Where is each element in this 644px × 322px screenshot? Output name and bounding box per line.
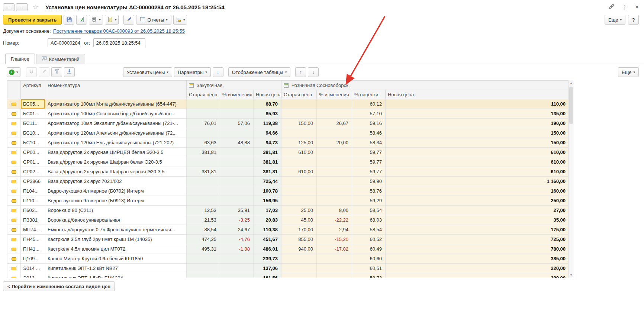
cell-retail-markup-pct[interactable]: 59,77: [352, 167, 386, 177]
cell-retail-change-pct[interactable]: [317, 186, 352, 196]
cell-purchase-new-price[interactable]: 119,38: [254, 119, 281, 128]
cell-name[interactable]: Ароматизатор 10мл Эвкалипт д/бани/сауны/…: [45, 119, 187, 128]
cell-retail-change-pct[interactable]: [317, 167, 352, 177]
cell-purchase-old-price[interactable]: 381,81: [187, 167, 220, 177]
cell-name[interactable]: Кипятильник ЭПТ-1.5кВт ЕМА204: [45, 273, 187, 278]
cell-article[interactable]: Э014 ...: [21, 264, 45, 273]
table-row[interactable]: БС11...Ароматизатор 10мл Эвкалипт д/бани…: [7, 119, 569, 128]
date-field[interactable]: 26.05.2025 18:25:54: [93, 38, 145, 47]
cell-article[interactable]: П603...: [21, 206, 45, 215]
set-prices-button[interactable]: Установить цены ▾: [123, 67, 172, 77]
cell-purchase-old-price[interactable]: 88,54: [187, 225, 220, 235]
cell-name[interactable]: Емкость д/продуктов 0.7л Фреш капучино г…: [45, 225, 187, 235]
cell-purchase-old-price[interactable]: 12,53: [187, 206, 220, 215]
cell-purchase-change-pct[interactable]: 24,67: [220, 225, 254, 235]
cell-purchase-change-pct[interactable]: -3,25: [220, 215, 254, 225]
cell-article[interactable]: СР02...: [21, 167, 45, 177]
cell-retail-new-price[interactable]: 610,00: [386, 157, 569, 167]
cell-retail-change-pct[interactable]: [317, 128, 352, 138]
cell-article[interactable]: БС10...: [21, 128, 45, 138]
cell-purchase-new-price[interactable]: 68,70: [254, 99, 281, 109]
table-row[interactable]: Э013...Кипятильник ЭПТ-1.5кВт ЕМА204181,…: [7, 273, 569, 278]
cell-purchase-new-price[interactable]: 100,78: [254, 186, 281, 196]
cell-retail-markup-pct[interactable]: 60,52: [352, 235, 386, 244]
cell-purchase-new-price[interactable]: 85,93: [254, 109, 281, 119]
cell-purchase-new-price[interactable]: 239,73: [254, 254, 281, 264]
table-row[interactable]: СР02...Ваза д/фруктов 2х ярусная Шафран …: [7, 167, 569, 177]
cell-name[interactable]: Кашпо Мистер Крутой 0.6л белый КШ1850: [45, 254, 187, 264]
cell-name[interactable]: Ваза д/фруктов 2х ярусная Шафран белая Э…: [45, 157, 187, 167]
cell-purchase-new-price[interactable]: 381,81: [254, 148, 281, 157]
cell-retail-new-price[interactable]: 110,00: [386, 99, 569, 109]
cell-retail-markup-pct[interactable]: 60,51: [352, 264, 386, 273]
cell-purchase-old-price[interactable]: [187, 99, 220, 109]
cell-purchase-old-price[interactable]: [187, 157, 220, 167]
cell-retail-new-price[interactable]: 27,00: [386, 206, 569, 215]
cell-purchase-new-price[interactable]: 156,95: [254, 196, 281, 206]
close-icon[interactable]: ×: [635, 3, 639, 11]
cell-purchase-new-price[interactable]: 381,81: [254, 167, 281, 177]
cell-article[interactable]: СР00...: [21, 148, 45, 157]
parameters-button[interactable]: Параметры ▾: [174, 67, 211, 77]
table-row[interactable]: Э014 ...Кипятильник ЭПТ-1.2 кВт NB27137,…: [7, 264, 569, 273]
table-row[interactable]: БС05...Ароматизатор 100мл Мята д/бани/са…: [7, 99, 569, 109]
cell-retail-markup-pct[interactable]: 60,12: [352, 99, 386, 109]
cell-purchase-new-price[interactable]: 451,67: [254, 235, 281, 244]
cell-purchase-old-price[interactable]: [187, 177, 220, 186]
cell-article[interactable]: МП74...: [21, 225, 45, 235]
cell-purchase-new-price[interactable]: 94,66: [254, 128, 281, 138]
purchase-old-price-header[interactable]: Старая цена: [187, 90, 220, 99]
retail-markup-pct-header[interactable]: % наценки: [352, 90, 386, 99]
cell-retail-old-price[interactable]: 25,00: [281, 206, 317, 215]
cell-purchase-change-pct[interactable]: [220, 128, 254, 138]
cell-retail-markup-pct[interactable]: 58,54: [352, 225, 386, 235]
cell-purchase-old-price[interactable]: [187, 196, 220, 206]
cell-purchase-new-price[interactable]: 381,81: [254, 157, 281, 167]
cell-article[interactable]: БС10...: [21, 138, 45, 148]
cell-retail-new-price[interactable]: 160,00: [386, 186, 569, 196]
table-row[interactable]: Ц109...Кашпо Мистер Крутой 0.6л белый КШ…: [7, 254, 569, 264]
cell-purchase-old-price[interactable]: 21,53: [187, 215, 220, 225]
cell-name[interactable]: Ваза д/фруктов 3х ярус 7021/002: [45, 177, 187, 186]
cell-retail-old-price[interactable]: [281, 273, 317, 278]
cell-article[interactable]: Э013...: [21, 273, 45, 278]
cell-retail-old-price[interactable]: 170,00: [281, 225, 317, 235]
table-row[interactable]: СР00...Ваза д/фруктов 2х ярусная ЦИРЦЕЯ …: [7, 148, 569, 157]
cell-retail-new-price[interactable]: 610,00: [386, 148, 569, 157]
cell-retail-old-price[interactable]: 940,00: [281, 244, 317, 254]
cell-purchase-new-price[interactable]: 110,38: [254, 225, 281, 235]
cell-retail-new-price[interactable]: 610,00: [386, 167, 569, 177]
cell-retail-new-price[interactable]: 220,00: [386, 264, 569, 273]
purchase-group-header[interactable]: Закупочная,: [187, 81, 281, 90]
cell-retail-markup-pct[interactable]: 58,46: [352, 128, 386, 138]
cell-article[interactable]: БС05...: [21, 99, 45, 109]
post-and-close-button[interactable]: Провести и закрыть: [3, 15, 62, 25]
cell-retail-old-price[interactable]: [281, 109, 317, 119]
cell-retail-markup-pct[interactable]: 60,49: [352, 244, 386, 254]
cell-purchase-old-price[interactable]: 76,01: [187, 119, 220, 128]
cell-retail-markup-pct[interactable]: 59,77: [352, 148, 386, 157]
cell-purchase-old-price[interactable]: [187, 254, 220, 264]
edit-button[interactable]: [123, 15, 134, 25]
cell-retail-old-price[interactable]: 150,00: [281, 119, 317, 128]
back-button[interactable]: ←: [3, 3, 15, 11]
cell-purchase-change-pct[interactable]: 57,06: [220, 119, 254, 128]
cell-retail-new-price[interactable]: 190,00: [386, 119, 569, 128]
cell-retail-markup-pct[interactable]: 59,77: [352, 157, 386, 167]
cell-purchase-change-pct[interactable]: 48,88: [220, 138, 254, 148]
cell-retail-markup-pct[interactable]: 58,76: [352, 186, 386, 196]
cell-retail-new-price[interactable]: 290,00: [386, 273, 569, 278]
cell-article[interactable]: БС01...: [21, 109, 45, 119]
cell-article[interactable]: Ц109...: [21, 254, 45, 264]
move-down-button[interactable]: ↓: [308, 67, 319, 77]
cell-retail-markup-pct[interactable]: 59,16: [352, 119, 386, 128]
table-row[interactable]: СР01...Ваза д/фруктов 2х ярусная Шафран …: [7, 157, 569, 167]
cell-article[interactable]: СР2866: [21, 177, 45, 186]
cell-retail-old-price[interactable]: 610,00: [281, 167, 317, 177]
cell-purchase-change-pct[interactable]: [220, 273, 254, 278]
name-column-header[interactable]: Номенклатура: [45, 81, 187, 99]
cell-article[interactable]: ПН41...: [21, 244, 45, 254]
cell-name[interactable]: Ароматизатор 100мл Сосновый бор д/бани/с…: [45, 109, 187, 119]
cell-retail-new-price[interactable]: 385,00: [386, 254, 569, 264]
goto-price-types-button[interactable]: < Перейти к изменению состава видов цен: [3, 281, 115, 291]
